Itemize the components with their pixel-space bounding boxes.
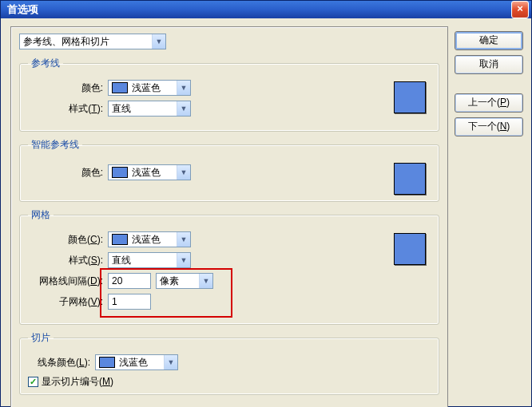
swatch-icon bbox=[112, 234, 128, 245]
smart-color-label: 颜色: bbox=[28, 166, 103, 180]
grid-spacing-input[interactable]: 20 bbox=[108, 273, 151, 289]
chevron-down-icon: ▼ bbox=[177, 101, 190, 116]
chevron-down-icon: ▼ bbox=[152, 34, 165, 49]
smart-swatch[interactable] bbox=[394, 163, 426, 195]
main-panel: 参考线、网格和切片 ▼ 参考线 颜色: 浅蓝色 ▼ 样式(T): bbox=[10, 26, 448, 407]
group-grid-legend: 网格 bbox=[28, 208, 54, 222]
group-slices: 切片 线条颜色(L): 浅蓝色 ▼ ✓ 显示切片编号(M) bbox=[19, 331, 439, 395]
chevron-down-icon: ▼ bbox=[177, 232, 190, 247]
guides-swatch[interactable] bbox=[394, 81, 426, 113]
grid-color-select[interactable]: 浅蓝色 ▼ bbox=[108, 231, 191, 247]
close-button[interactable]: × bbox=[511, 1, 529, 18]
show-slice-numbers-row[interactable]: ✓ 显示切片编号(M) bbox=[28, 375, 431, 389]
grid-swatch[interactable] bbox=[394, 233, 426, 265]
prev-button[interactable]: 上一个(P) bbox=[455, 93, 523, 113]
grid-spacing-unit-value: 像素 bbox=[160, 275, 199, 288]
slices-color-label: 线条颜色(L): bbox=[28, 356, 90, 369]
grid-color-label: 颜色(C): bbox=[28, 233, 103, 247]
group-guides: 参考线 颜色: 浅蓝色 ▼ 样式(T): 直线 ▼ bbox=[19, 57, 439, 132]
grid-style-label: 样式(S): bbox=[28, 254, 103, 267]
swatch-icon bbox=[112, 82, 128, 93]
guides-style-label: 样式(T): bbox=[28, 102, 103, 116]
chevron-down-icon: ▼ bbox=[177, 81, 190, 95]
guides-color-label: 颜色: bbox=[28, 81, 103, 95]
grid-color-value: 浅蓝色 bbox=[132, 233, 177, 247]
group-grid: 网格 颜色(C): 浅蓝色 ▼ 样式(S): 直线 ▼ bbox=[19, 208, 439, 325]
slices-color-value: 浅蓝色 bbox=[119, 356, 164, 369]
titlebar: 首选项 × bbox=[1, 1, 531, 18]
grid-spacing-unit-select[interactable]: 像素 ▼ bbox=[156, 273, 213, 289]
preferences-window: 首选项 × 参考线、网格和切片 ▼ 参考线 颜色: 浅蓝色 ▼ bbox=[0, 0, 532, 407]
group-guides-legend: 参考线 bbox=[28, 57, 63, 70]
swatch-icon bbox=[112, 167, 128, 178]
side-buttons: 确定 取消 上一个(P) 下一个(N) bbox=[455, 26, 523, 407]
group-slices-legend: 切片 bbox=[28, 331, 54, 345]
grid-sub-label: 子网格(V): bbox=[28, 295, 103, 309]
content-area: 参考线、网格和切片 ▼ 参考线 颜色: 浅蓝色 ▼ 样式(T): bbox=[1, 18, 531, 407]
next-button[interactable]: 下一个(N) bbox=[455, 117, 523, 136]
grid-spacing-label: 网格线间隔(D): bbox=[28, 275, 103, 288]
grid-sub-input[interactable]: 1 bbox=[108, 294, 151, 310]
show-slice-numbers-label: 显示切片编号(M) bbox=[42, 375, 113, 389]
group-smart-guides: 智能参考线 颜色: 浅蓝色 ▼ bbox=[19, 138, 439, 202]
guides-style-value: 直线 bbox=[112, 102, 177, 116]
smart-color-value: 浅蓝色 bbox=[132, 166, 177, 180]
guides-color-select[interactable]: 浅蓝色 ▼ bbox=[108, 80, 191, 96]
category-select[interactable]: 参考线、网格和切片 ▼ bbox=[19, 34, 166, 49]
ok-button[interactable]: 确定 bbox=[455, 31, 523, 50]
guides-color-value: 浅蓝色 bbox=[132, 81, 177, 95]
category-row: 参考线、网格和切片 ▼ bbox=[19, 34, 439, 49]
chevron-down-icon: ▼ bbox=[177, 253, 190, 267]
chevron-down-icon: ▼ bbox=[199, 274, 212, 288]
window-title: 首选项 bbox=[7, 2, 38, 17]
chevron-down-icon: ▼ bbox=[164, 355, 177, 369]
smart-color-select[interactable]: 浅蓝色 ▼ bbox=[108, 164, 191, 180]
grid-style-select[interactable]: 直线 ▼ bbox=[108, 252, 191, 268]
chevron-down-icon: ▼ bbox=[177, 165, 190, 180]
checkbox-icon: ✓ bbox=[28, 377, 38, 387]
category-select-value: 参考线、网格和切片 bbox=[23, 35, 109, 49]
group-smart-legend: 智能参考线 bbox=[28, 138, 82, 152]
swatch-icon bbox=[99, 357, 115, 368]
slices-color-select[interactable]: 浅蓝色 ▼ bbox=[95, 354, 178, 370]
grid-style-value: 直线 bbox=[112, 254, 177, 267]
guides-style-select[interactable]: 直线 ▼ bbox=[108, 101, 191, 117]
cancel-button[interactable]: 取消 bbox=[455, 55, 523, 74]
